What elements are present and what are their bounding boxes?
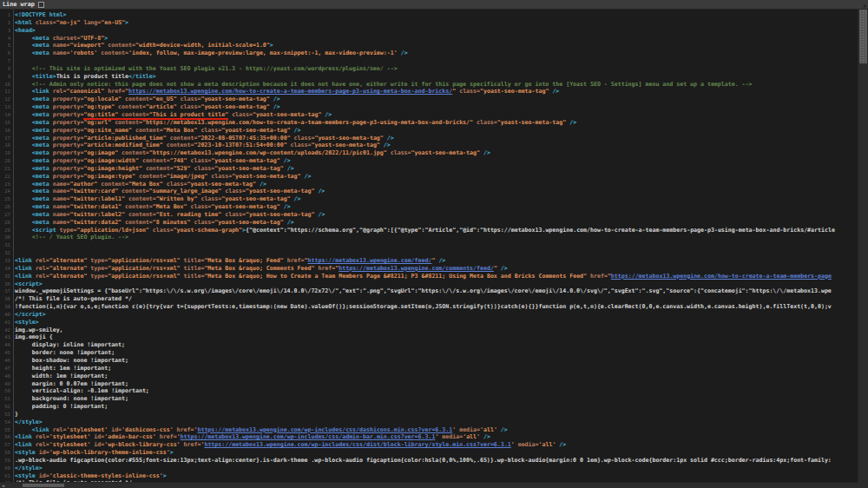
vertical-scrollbar-thumb[interactable] — [859, 10, 867, 63]
token-v: "yoast-seo-meta-tag" — [221, 127, 290, 134]
scroll-left-arrow-icon[interactable]: ◄ — [2, 483, 4, 488]
code-line: 19 <meta property="og:image" content="ht… — [0, 149, 858, 157]
line-number: 19 — [0, 149, 15, 157]
token-a: href= — [314, 265, 335, 272]
token-v: "yoast-seo-meta-tag" — [246, 211, 314, 218]
token-a: content= — [142, 165, 174, 172]
token-a: title= — [181, 273, 205, 280]
token-a: type= — [87, 273, 108, 280]
token-v: "summary_large_image" — [149, 188, 221, 195]
token-x: .wp-block-audio figcaption{color:#555;fo… — [15, 457, 832, 464]
token-t: /> — [280, 203, 291, 210]
token-x: {"@context":"https://schema.org","@graph… — [246, 227, 835, 234]
token-a: content= — [132, 127, 163, 134]
token-x: window._wpemojiSettings = {"baseUrl":"ht… — [15, 287, 832, 294]
hyperlink[interactable]: https://metabox13.wpengine.com/comments/… — [339, 265, 494, 272]
token-v: "og:type" — [83, 103, 115, 110]
token-t: /> — [497, 426, 508, 433]
code-line: 9 <title>This is product title</title> — [0, 73, 858, 81]
hyperlink[interactable]: https://metabox13.wpengine.com/wp-includ… — [181, 433, 436, 440]
token-v: "width=device-width, initial-scale=1.0" — [135, 42, 270, 49]
hyperlink[interactable]: https://metabox13.wpengine.com/how-to-cr… — [611, 273, 832, 280]
token-t: /> — [321, 111, 332, 118]
code-line: 6 <meta name='robots' content='index, fo… — [0, 49, 858, 57]
token-a: content= — [118, 149, 149, 156]
token-t: <!DOCTYPE html> — [15, 11, 67, 18]
code-line: 7 — [0, 57, 858, 65]
token-t: <html — [15, 19, 32, 26]
token-x: margin: 0 0.07em !important; — [15, 380, 128, 387]
line-wrap-checkbox[interactable] — [38, 2, 44, 8]
line-number: 3 — [0, 27, 15, 35]
token-t: <meta — [15, 42, 49, 49]
token-v: 'all' — [463, 433, 480, 440]
token-a: property= — [49, 173, 84, 180]
token-t: <style — [15, 449, 36, 456]
hyperlink[interactable]: https://metabox13.wpengine.com/wp-includ… — [197, 426, 452, 433]
code-line: 36<script> — [0, 280, 858, 288]
token-a: class= — [387, 149, 411, 156]
horizontal-scrollbar[interactable]: ◄ — [0, 482, 858, 488]
token-v: "article:modified_time" — [83, 142, 162, 148]
horizontal-scrollbar-thumb[interactable] — [23, 484, 64, 487]
token-v: "This is product title" — [149, 111, 228, 118]
token-t: /> — [380, 142, 391, 148]
line-number: 32 — [0, 249, 15, 257]
line-number: 8 — [0, 65, 15, 73]
token-a: rel= — [32, 265, 49, 272]
code-line: 18 <meta property="article:modified_time… — [0, 142, 858, 149]
vertical-scrollbar[interactable] — [858, 10, 868, 482]
token-v: "Meta Box" — [163, 127, 198, 134]
token-t: /> — [480, 433, 490, 440]
code-line: 13 <meta property="og:type" content="art… — [0, 103, 858, 111]
code-line: 37window._wpemojiSettings = {"baseUrl":"… — [0, 287, 858, 295]
line-number: 51 — [0, 395, 15, 403]
line-number: 9 — [0, 73, 15, 81]
token-v: 'wp-block-library-theme-inline-css' — [49, 449, 170, 456]
token-t: <script> — [15, 280, 43, 287]
token-t: <meta — [15, 111, 49, 118]
code-line: 61<style id='classic-theme-styles-inline… — [0, 472, 858, 480]
token-a: content= — [122, 219, 153, 226]
token-v: "og:title" — [83, 111, 118, 118]
line-number: 46 — [0, 357, 15, 365]
scroll-up-arrow-icon[interactable]: ▲ — [863, 1, 866, 9]
token-a: content= — [118, 111, 149, 118]
token-a: class= — [221, 188, 246, 195]
token-a: name= — [49, 219, 70, 226]
token-v: "twitter:label1" — [70, 195, 126, 202]
token-a: property= — [49, 96, 84, 102]
token-a: property= — [49, 111, 84, 118]
token-a: content= — [104, 42, 135, 49]
code-line: 32 — [0, 249, 858, 257]
token-v: "article" — [146, 103, 177, 110]
code-line: 4 <meta charset="UTF-8"> — [0, 35, 858, 43]
token-a: content= — [122, 203, 153, 210]
token-a: name= — [49, 49, 70, 56]
token-t: <meta — [15, 173, 49, 180]
code-line: 34<link rel="alternate" type="applicatio… — [0, 265, 858, 273]
line-number: 4 — [0, 35, 15, 43]
token-v: "Est. reading time" — [156, 211, 221, 218]
hyperlink[interactable]: https://metabox13.wpengine.com/feed/ — [308, 257, 432, 264]
token-t: /> — [497, 265, 508, 272]
token-a: class= — [197, 195, 221, 202]
line-number: 44 — [0, 341, 15, 349]
token-a: class= — [291, 135, 315, 142]
token-t: <head> — [15, 27, 36, 34]
code-line: 57<link rel='stylesheet' id='wp-block-li… — [0, 441, 858, 449]
token-v: "og:image:width" — [83, 157, 139, 164]
token-t: <meta — [15, 188, 49, 195]
hyperlink[interactable]: https://metabox13.wpengine.com/wp-includ… — [204, 441, 510, 448]
token-t: <meta — [15, 203, 49, 210]
hyperlink[interactable]: https://metabox13.wpengine.com/how-to-cr… — [128, 88, 452, 95]
token-v: "twitter:label2" — [70, 211, 126, 218]
code-line: 42img.wp-smiley, — [0, 326, 858, 334]
line-number: 23 — [0, 181, 15, 188]
token-a: name= — [49, 42, 70, 49]
code-line: 45 border: none !important; — [0, 349, 858, 357]
code-line: 24 <meta name="twitter:card" content="su… — [0, 188, 858, 195]
token-t: <meta — [15, 119, 49, 126]
token-v: "og:site_name" — [83, 127, 132, 134]
line-number: 28 — [0, 219, 15, 227]
